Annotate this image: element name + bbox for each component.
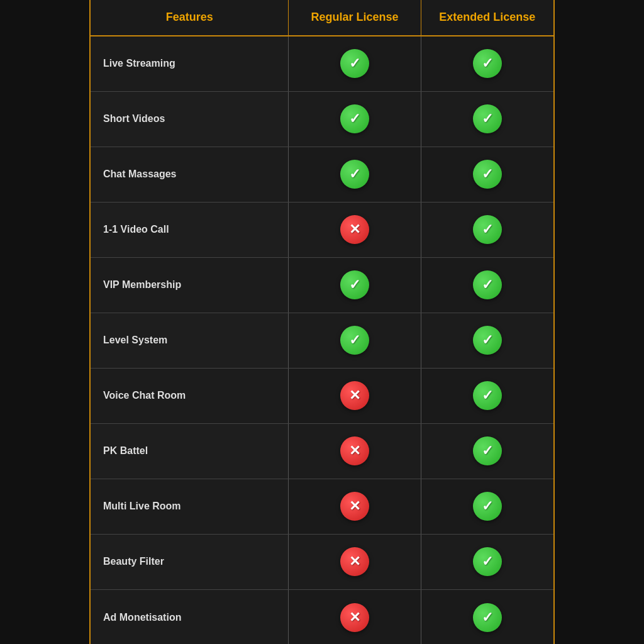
table-body: Live StreamingShort VideosChat Massages1… xyxy=(91,36,553,645)
table-row: 1-1 Video Call xyxy=(91,203,553,258)
table-row: Beauty Filter xyxy=(91,535,553,590)
check-icon xyxy=(473,49,502,78)
feature-label: Level System xyxy=(91,313,289,368)
check-icon xyxy=(473,104,502,133)
check-icon xyxy=(473,492,502,521)
extended-license-cell xyxy=(421,36,553,91)
cross-icon xyxy=(340,492,369,521)
check-icon xyxy=(340,270,369,299)
feature-label: Ad Monetisation xyxy=(91,590,289,645)
feature-label: VIP Membership xyxy=(91,258,289,313)
extended-license-cell xyxy=(421,203,553,257)
extended-license-cell xyxy=(421,92,553,147)
check-icon xyxy=(473,215,502,244)
regular-license-cell xyxy=(289,479,421,534)
check-icon xyxy=(340,326,369,355)
feature-label: Multi Live Room xyxy=(91,479,289,534)
extended-license-cell xyxy=(421,369,553,423)
cross-icon xyxy=(340,603,369,632)
table-row: Live Streaming xyxy=(91,36,553,92)
cross-icon xyxy=(340,436,369,465)
table-row: VIP Membership xyxy=(91,258,553,313)
table-row: Ad Monetisation xyxy=(91,590,553,645)
check-icon xyxy=(473,436,502,465)
check-icon xyxy=(340,104,369,133)
table-row: Voice Chat Room xyxy=(91,369,553,424)
check-icon xyxy=(340,49,369,78)
regular-license-cell xyxy=(289,535,421,589)
regular-license-header: Regular License xyxy=(289,0,421,35)
extended-license-cell xyxy=(421,535,553,589)
cross-icon xyxy=(340,381,369,410)
regular-license-cell xyxy=(289,147,421,202)
cross-icon xyxy=(340,547,369,576)
comparison-table: Features Regular License Extended Licens… xyxy=(89,0,555,644)
features-header: Features xyxy=(91,0,289,35)
extended-license-cell xyxy=(421,424,553,479)
check-icon xyxy=(473,326,502,355)
check-icon xyxy=(473,547,502,576)
feature-label: PK Battel xyxy=(91,424,289,479)
check-icon xyxy=(473,603,502,632)
regular-license-cell xyxy=(289,369,421,423)
extended-license-cell xyxy=(421,147,553,202)
check-icon xyxy=(473,160,502,189)
regular-license-cell xyxy=(289,203,421,257)
feature-label: Chat Massages xyxy=(91,147,289,202)
feature-label: Beauty Filter xyxy=(91,535,289,589)
regular-license-cell xyxy=(289,590,421,645)
check-icon xyxy=(340,160,369,189)
regular-license-cell xyxy=(289,36,421,91)
table-row: Level System xyxy=(91,313,553,369)
regular-license-cell xyxy=(289,92,421,147)
regular-license-cell xyxy=(289,258,421,313)
regular-license-cell xyxy=(289,313,421,368)
feature-label: Voice Chat Room xyxy=(91,369,289,423)
extended-license-cell xyxy=(421,258,553,313)
feature-label: Short Videos xyxy=(91,92,289,147)
feature-label: Live Streaming xyxy=(91,36,289,91)
extended-license-cell xyxy=(421,313,553,368)
regular-license-cell xyxy=(289,424,421,479)
check-icon xyxy=(473,270,502,299)
table-row: PK Battel xyxy=(91,424,553,479)
check-icon xyxy=(473,381,502,410)
cross-icon xyxy=(340,215,369,244)
table-row: Short Videos xyxy=(91,92,553,147)
table-row: Multi Live Room xyxy=(91,479,553,535)
table-row: Chat Massages xyxy=(91,147,553,203)
extended-license-header: Extended License xyxy=(421,0,553,35)
page-wrapper: Features Regular License Extended Licens… xyxy=(0,0,644,644)
extended-license-cell xyxy=(421,479,553,534)
table-header: Features Regular License Extended Licens… xyxy=(91,0,553,36)
feature-label: 1-1 Video Call xyxy=(91,203,289,257)
extended-license-cell xyxy=(421,590,553,645)
